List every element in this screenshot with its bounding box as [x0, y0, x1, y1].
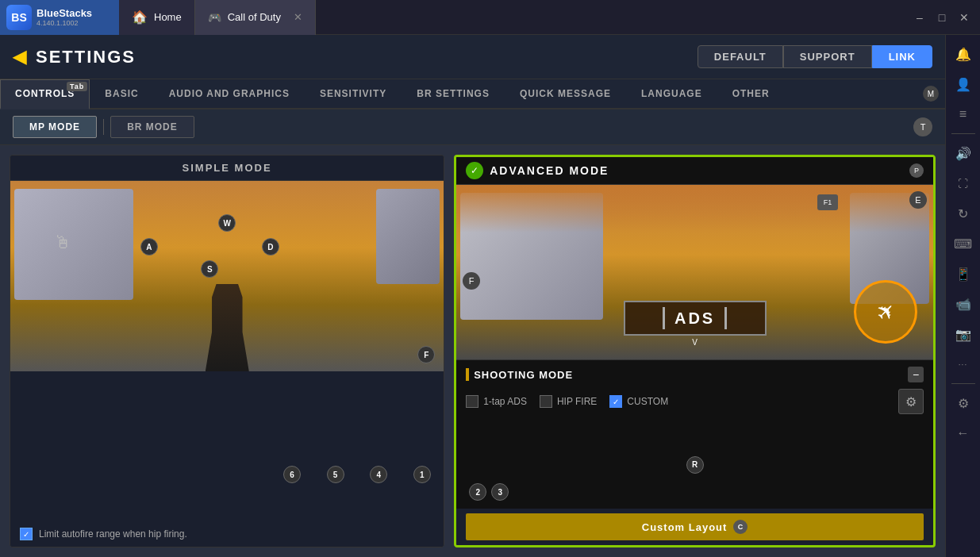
tab-language[interactable]: LANGUAGE	[626, 79, 717, 108]
tab-br-settings[interactable]: BR SETTINGS	[402, 79, 505, 108]
key-3[interactable]: 3	[491, 483, 509, 501]
mouse-icon: 🖱	[54, 232, 71, 253]
shooting-options: 1-tap ADS HIP FIRE ✓ CUSTOM ⚙	[466, 389, 924, 414]
ads-line-right	[724, 307, 727, 329]
adv-bottom-keys: 2 3	[469, 483, 509, 501]
t-badge[interactable]: T	[913, 117, 932, 136]
settings-header: ◀ SETTINGS DEFAULT SUPPORT LINK	[0, 35, 945, 79]
main-area: ◀ SETTINGS DEFAULT SUPPORT LINK CONTROLS…	[0, 35, 945, 557]
tab-sensitivity[interactable]: SENSITIVITY	[305, 79, 402, 108]
advanced-game-scene: F1 E F ADS V ✈	[456, 185, 933, 359]
br-mode-button[interactable]: BR MODE	[110, 116, 194, 138]
autofire-label: Limit autofire range when hip firing.	[39, 528, 187, 540]
key-6[interactable]: 6	[283, 466, 301, 483]
notification-icon[interactable]: 🔔	[951, 41, 976, 67]
one-tap-ads-option[interactable]: 1-tap ADS	[466, 395, 527, 408]
v-badge: V	[692, 338, 698, 347]
p-badge[interactable]: P	[909, 163, 924, 178]
simple-mode-panel: SIMPLE MODE 🖱 W A D S F 6 5	[10, 155, 444, 547]
minimize-button[interactable]: –	[910, 8, 929, 27]
link-button[interactable]: LINK	[872, 45, 932, 68]
game-icon: 🎮	[208, 11, 221, 24]
camera-icon[interactable]: 📷	[951, 321, 976, 347]
tab-quick-message[interactable]: QUICK MESSAGE	[505, 79, 626, 108]
mp-mode-button[interactable]: MP MODE	[13, 116, 97, 138]
key-4[interactable]: 4	[370, 466, 387, 483]
one-tap-ads-checkbox[interactable]	[466, 395, 478, 408]
advanced-lower-area: R 2 3	[456, 421, 933, 509]
volume-icon[interactable]: 🔊	[951, 140, 976, 166]
autofire-checkbox[interactable]: ✓	[20, 528, 33, 540]
game-tab[interactable]: 🎮 Call of Duty ✕	[195, 0, 316, 35]
hip-fire-checkbox[interactable]	[540, 395, 552, 408]
custom-checkbox[interactable]: ✓	[609, 395, 622, 408]
simple-mode-title: SIMPLE MODE	[10, 156, 444, 181]
more-dots-icon[interactable]: ···	[951, 351, 976, 377]
phone-icon[interactable]: 📱	[951, 261, 976, 286]
c-badge: C	[733, 520, 747, 534]
hamburger-menu-icon[interactable]: ≡	[951, 102, 976, 127]
close-button[interactable]: ✕	[955, 8, 974, 27]
ads-line-left	[663, 307, 665, 329]
key-1[interactable]: 1	[413, 466, 431, 483]
custom-label: CUSTOM	[627, 396, 668, 407]
rotate-icon[interactable]: ↻	[951, 201, 976, 226]
key-5[interactable]: 5	[327, 466, 344, 483]
support-button[interactable]: SUPPORT	[783, 45, 872, 68]
tab-audio-graphics[interactable]: AUDIO AND GRAPHICS	[154, 79, 305, 108]
key-d[interactable]: D	[262, 238, 279, 255]
bluestacks-icon: BS	[6, 5, 32, 30]
custom-layout-label: Custom Layout	[642, 521, 728, 533]
keyboard-icon[interactable]: ⌨	[951, 231, 976, 256]
home-tab-label: Home	[154, 11, 182, 23]
video-icon[interactable]: 📹	[951, 291, 976, 317]
sidebar-divider-2	[951, 383, 975, 384]
m-badge: M	[923, 86, 939, 102]
key-a[interactable]: A	[140, 238, 158, 255]
r-key[interactable]: R	[686, 456, 704, 474]
home-tab[interactable]: 🏠 Home	[119, 0, 195, 35]
fullscreen-icon[interactable]: ⛶	[951, 171, 976, 196]
key-w[interactable]: W	[218, 214, 236, 232]
tab-other[interactable]: OTHER	[717, 79, 785, 108]
shooting-mode-section: SHOOTING MODE − 1-tap ADS HIP FIRE ✓ CUS…	[456, 359, 933, 421]
simple-building-left	[14, 189, 133, 300]
window-controls: – □ ✕	[910, 8, 980, 27]
custom-option[interactable]: ✓ CUSTOM	[609, 395, 668, 408]
simple-panel-bottom: ✓ Limit autofire range when hip firing.	[10, 521, 444, 547]
close-tab-icon[interactable]: ✕	[294, 11, 302, 23]
simple-lower-scene: 6 5 4 1	[10, 371, 444, 521]
custom-layout-button[interactable]: Custom Layout C	[466, 513, 924, 540]
collapse-button[interactable]: −	[908, 367, 924, 382]
controls-tab-badge: Tab	[67, 82, 87, 91]
back-sidebar-icon[interactable]: ←	[951, 421, 976, 446]
default-button[interactable]: DEFAULT	[698, 45, 783, 68]
tab-controls[interactable]: CONTROLS Tab	[0, 79, 90, 109]
adv-sky	[456, 185, 933, 232]
sidebar-right: 🔔 👤 ≡ 🔊 ⛶ ↻ ⌨ 📱 📹 📷 ··· ⚙ ←	[945, 35, 980, 557]
maximize-button[interactable]: □	[932, 8, 951, 27]
tab-basic[interactable]: BASIC	[90, 79, 153, 108]
shooting-bar-accent	[466, 368, 469, 381]
content-area: SIMPLE MODE 🖱 W A D S F 6 5	[0, 145, 945, 557]
app-logo: BS BlueStacks 4.140.1.1002	[0, 0, 119, 35]
advanced-header: ✓ ADVANCED MODE P	[456, 157, 933, 185]
mode-separator	[103, 119, 104, 135]
f1-key[interactable]: F1	[817, 194, 838, 210]
shooting-settings-button[interactable]: ⚙	[898, 389, 924, 414]
titlebar: BS BlueStacks 4.140.1.1002 🏠 Home 🎮 Call…	[0, 0, 980, 35]
key-2[interactable]: 2	[469, 483, 486, 501]
ads-bar: ADS V	[624, 301, 767, 336]
app-name: BlueStacks	[37, 7, 92, 19]
game-tab-label: Call of Duty	[228, 11, 281, 23]
sidebar-divider-1	[951, 133, 975, 134]
settings-back: ◀ SETTINGS	[13, 47, 136, 67]
account-icon[interactable]: 👤	[951, 71, 976, 97]
header-buttons: DEFAULT SUPPORT LINK	[698, 45, 932, 68]
hip-fire-option[interactable]: HIP FIRE	[540, 395, 597, 408]
advanced-check-icon: ✓	[466, 162, 483, 179]
shooting-mode-title: SHOOTING MODE	[474, 369, 573, 381]
settings-sidebar-icon[interactable]: ⚙	[951, 390, 976, 416]
tab-bar: CONTROLS Tab BASIC AUDIO AND GRAPHICS SE…	[0, 79, 945, 109]
e-key[interactable]: E	[909, 191, 927, 209]
